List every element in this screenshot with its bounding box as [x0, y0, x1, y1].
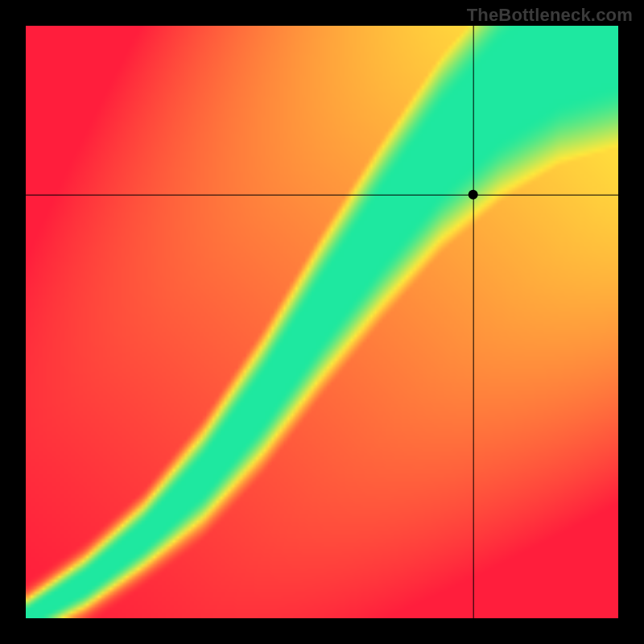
watermark-text: TheBottleneck.com: [467, 5, 633, 26]
chart-frame: TheBottleneck.com: [0, 0, 644, 644]
heatmap-plot: [26, 26, 618, 618]
heatmap-canvas: [26, 26, 618, 618]
